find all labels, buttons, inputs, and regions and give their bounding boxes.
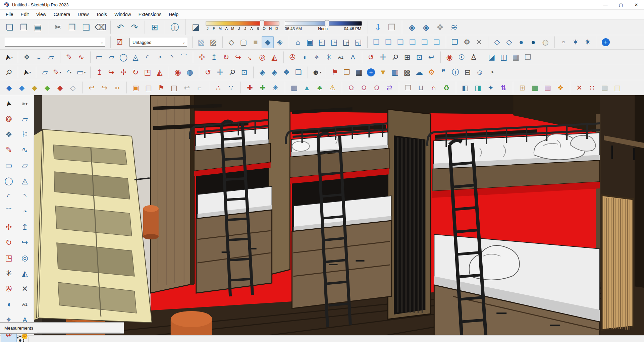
fog-icon[interactable]: ❒ bbox=[385, 20, 399, 34]
ext-box-gray-icon[interactable]: ❒ bbox=[399, 81, 415, 94]
axes-tool-icon[interactable]: ⌖ bbox=[311, 51, 323, 63]
delete-icon[interactable]: ⌫ bbox=[93, 20, 107, 34]
view-back-icon[interactable]: ◲ bbox=[340, 36, 352, 48]
save-file-icon[interactable]: ▤ bbox=[31, 20, 45, 34]
style-xray-icon[interactable]: ▧ bbox=[192, 36, 207, 48]
rotated-rectangle-icon[interactable]: ▱ bbox=[105, 51, 117, 63]
select-tool-icon[interactable]: ➤▾ bbox=[3, 51, 15, 63]
menu-draw[interactable]: Draw bbox=[74, 11, 93, 18]
pie-tool-icon[interactable]: ◔ bbox=[154, 51, 166, 63]
account-person-icon[interactable]: ☺ bbox=[474, 66, 486, 78]
zoom-extents-2-icon[interactable]: ⊡ bbox=[238, 66, 250, 78]
menu-edit[interactable]: Edit bbox=[17, 11, 33, 18]
lt-scale-icon[interactable]: ◳ bbox=[1, 250, 17, 266]
share-component-icon[interactable]: ❖ bbox=[433, 20, 447, 34]
drop-filled-2-icon[interactable]: ● bbox=[527, 36, 539, 48]
ext-grid-gold-icon[interactable]: ⊞ bbox=[513, 81, 529, 94]
warehouse-b-icon[interactable]: ◈ bbox=[268, 66, 280, 78]
component-stack-icon[interactable]: ❖ bbox=[280, 66, 292, 78]
ext-cone-icon[interactable]: ▲ bbox=[301, 81, 313, 94]
zoom-previous-icon[interactable]: ↩ bbox=[425, 51, 437, 63]
redo-icon[interactable]: ↷ bbox=[127, 20, 142, 34]
pencil-2-icon[interactable]: ✎▾ bbox=[51, 66, 63, 78]
chat-bubble-icon[interactable]: ❞ bbox=[437, 66, 449, 78]
zoom-select-icon[interactable]: ⚲ bbox=[3, 66, 15, 78]
zoom-2-icon[interactable]: ⚲ bbox=[226, 66, 238, 78]
ext-diamond-blue-icon[interactable]: ◆ bbox=[15, 81, 28, 94]
paste-icon[interactable]: ❑ bbox=[79, 20, 93, 34]
lt-curve-select-icon[interactable]: ➳ bbox=[17, 96, 33, 111]
dimensions-icon[interactable]: ✳ bbox=[323, 51, 335, 63]
flip-2-icon[interactable]: ◭ bbox=[154, 66, 166, 78]
push-pull-icon[interactable]: ↥ bbox=[208, 51, 220, 63]
ext-table-green-icon[interactable]: ▦ bbox=[529, 81, 541, 94]
film-camera-icon[interactable]: ▦ bbox=[353, 66, 365, 78]
lt-spheres-icon[interactable]: ❖ bbox=[1, 127, 17, 142]
lt-offset-icon[interactable]: ◎ bbox=[17, 250, 33, 266]
position-camera-icon[interactable]: ◉ bbox=[440, 51, 455, 63]
lt-sparkle-icon[interactable]: ✳ bbox=[1, 266, 17, 281]
drop-filled-1-icon[interactable]: ● bbox=[515, 36, 527, 48]
ext-horseshoe-a-icon[interactable]: Ω bbox=[342, 81, 358, 94]
paint-bucket-icon[interactable]: ◒ bbox=[33, 51, 45, 63]
maximize-button[interactable]: ▢ bbox=[613, 0, 629, 9]
ext-plus-red-icon[interactable]: ✚ bbox=[240, 81, 256, 94]
text-tool-icon[interactable]: A bbox=[347, 51, 359, 63]
ext-horseshoe-b-icon[interactable]: Ω bbox=[358, 81, 370, 94]
undo-icon[interactable]: ↶ bbox=[110, 20, 127, 34]
lt-rectangle-icon[interactable]: ▭ bbox=[1, 158, 17, 173]
cut-icon[interactable]: ✂ bbox=[48, 20, 65, 34]
style-textured-icon[interactable]: ◆ bbox=[262, 36, 274, 48]
ext-bracket-icon[interactable]: ⌐ bbox=[193, 81, 206, 94]
gauge-icon[interactable]: ◔ bbox=[486, 66, 498, 78]
ext-grid-blue-icon[interactable]: ▦ bbox=[285, 81, 301, 94]
ext-cluster-orange-icon[interactable]: ❖ bbox=[554, 81, 567, 94]
ext-path-red-icon[interactable]: ∴ bbox=[209, 81, 225, 94]
time-slider-handle[interactable] bbox=[325, 20, 329, 27]
shadow-time-slider[interactable] bbox=[285, 21, 362, 26]
offset-tool-icon[interactable]: ◎ bbox=[256, 51, 268, 63]
pan-icon[interactable]: ✛ bbox=[377, 51, 389, 63]
circle-tool-icon[interactable]: ◯ bbox=[117, 51, 129, 63]
lt-curve-icon[interactable]: ⌒ bbox=[1, 204, 17, 219]
lt-polygon-icon[interactable]: ◬ bbox=[17, 173, 33, 188]
arc-2-icon[interactable]: ◜▾ bbox=[63, 66, 75, 78]
ext-path-blue-icon[interactable]: ∵ bbox=[225, 81, 237, 94]
copy-icon[interactable]: ❐ bbox=[65, 20, 79, 34]
lt-protractor-icon[interactable]: ◖ bbox=[1, 296, 17, 312]
mirror-tool-icon[interactable]: ◭ bbox=[268, 51, 280, 63]
ext-trash-icon[interactable]: ⊔ bbox=[415, 81, 427, 94]
sandbox-icon[interactable]: ≋ bbox=[447, 20, 461, 34]
select-tool-2-icon[interactable]: ➤▾ bbox=[18, 66, 33, 78]
ext-curl-gray-icon[interactable]: ↩ bbox=[180, 81, 193, 94]
ext-gem-b-icon[interactable]: ◨ bbox=[472, 81, 484, 94]
ext-warning-icon[interactable]: ⚠ bbox=[326, 81, 339, 94]
date-slider-handle[interactable] bbox=[260, 20, 264, 27]
lt-pencil-icon[interactable]: ✎ bbox=[1, 142, 17, 158]
ext-gem-a-icon[interactable]: ◧ bbox=[456, 81, 472, 94]
eraser-2-icon[interactable]: ▱ bbox=[36, 66, 51, 78]
lt-push-pull-icon[interactable]: ↥ bbox=[17, 219, 33, 235]
ext-tree-icon[interactable]: ♣ bbox=[313, 81, 326, 94]
components-icon[interactable]: ❖ bbox=[18, 51, 33, 63]
ext-flag-icon[interactable]: ⚑ bbox=[155, 81, 168, 94]
layers-panel-icon[interactable]: ❏ bbox=[292, 66, 305, 78]
section-manager-icon[interactable]: ❒ bbox=[522, 51, 534, 63]
close-x-icon[interactable]: ✕ bbox=[473, 36, 485, 48]
drop-gray-icon[interactable]: ◍ bbox=[539, 36, 551, 48]
lt-select-icon[interactable]: ➤ bbox=[1, 96, 17, 111]
open-file-icon[interactable]: ❒ bbox=[17, 20, 31, 34]
style-monochrome-icon[interactable]: ◈ bbox=[274, 36, 286, 48]
ext-dots-red-icon[interactable]: ∷ bbox=[586, 81, 598, 94]
style-wireframe-icon[interactable]: ◇ bbox=[222, 36, 237, 48]
rotate-2-icon[interactable]: ↻ bbox=[129, 66, 142, 78]
menu-file[interactable]: File bbox=[2, 11, 17, 18]
orbit-icon[interactable]: ↺ bbox=[362, 51, 377, 63]
add-round-icon[interactable]: + bbox=[365, 66, 377, 78]
ext-x-red-icon[interactable]: ✕ bbox=[570, 81, 586, 94]
lt-tag-icon[interactable]: ⚐ bbox=[17, 127, 33, 142]
warehouse-a-icon[interactable]: ◈ bbox=[253, 66, 268, 78]
ext-table-red-icon[interactable]: ▥ bbox=[541, 81, 554, 94]
view-front-icon[interactable]: ◰ bbox=[316, 36, 328, 48]
move-2-icon[interactable]: ✢ bbox=[117, 66, 129, 78]
